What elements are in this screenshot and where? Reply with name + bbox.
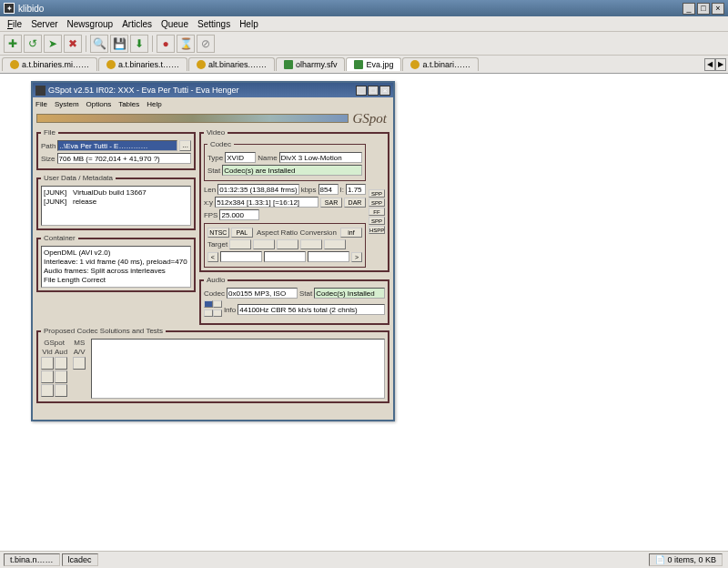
tab-3[interactable]: olharmy.sfv [276, 57, 345, 71]
tbtn-hourglass[interactable]: ⌛ [177, 35, 195, 53]
tab-scroll-left[interactable]: ◀ [704, 58, 715, 71]
gspot-menu-options[interactable]: Options [86, 100, 112, 108]
menu-articles[interactable]: Articles [118, 18, 156, 30]
tbtn-play[interactable]: ● [157, 35, 175, 53]
xy-field: 512x384 [1.33:1] [=16:12] [215, 197, 318, 208]
tab-4-label: Eva.jpg [366, 60, 393, 69]
sidebtn-0[interactable]: SPP [369, 189, 385, 198]
size-field: 706 MB (= 702,014 + 41,970 ?) [57, 153, 191, 164]
gspot-menu-file[interactable]: File [35, 100, 47, 108]
klibido-toolbar: ✚ ↺ ➤ ✖ 🔍 💾 ⬇ ● ⌛ ⊘ [0, 32, 728, 56]
tab-2[interactable]: alt.binaries.…… [188, 57, 275, 71]
status-seg-2: lcadec [62, 553, 98, 566]
browse-button[interactable]: ... [179, 140, 191, 151]
newsgroup-icon [197, 60, 206, 69]
proposed-group: Proposed Codec Solutions and Tests GSpot… [36, 327, 389, 403]
tbtn-del[interactable]: ✖ [64, 35, 82, 53]
gspot-menu-help[interactable]: Help [147, 100, 161, 108]
target-next-button[interactable]: > [351, 252, 362, 262]
menu-file[interactable]: File [4, 18, 25, 30]
inf-button[interactable]: inf [340, 228, 362, 238]
target-slot-4[interactable] [300, 239, 322, 249]
sidebtn-4[interactable]: HSPP [369, 226, 385, 234]
target-slot-2[interactable] [253, 239, 275, 249]
ms-av-1[interactable] [73, 357, 86, 370]
gspot-aud-2[interactable] [55, 370, 67, 383]
tbtn-stop[interactable]: ⊘ [197, 35, 215, 53]
menu-server[interactable]: Server [27, 18, 61, 30]
pal-button[interactable]: PAL [231, 228, 253, 238]
path-field[interactable]: ..\Eva Per Tutti - E………… [57, 140, 177, 151]
klibido-app-icon: ✦ [4, 3, 15, 14]
gspot-aud-3[interactable] [55, 384, 67, 397]
l-field: 1.75 [346, 184, 366, 195]
file-group: File Path ..\Eva Per Tutti - E………… ... S… [36, 128, 196, 170]
vtype-label: Type [207, 154, 223, 162]
tab-scroll-right[interactable]: ▶ [715, 58, 726, 71]
tbtn-go[interactable]: ➤ [44, 35, 62, 53]
gspot-menu-tables[interactable]: Tables [118, 100, 139, 108]
size-label: Size [41, 155, 56, 163]
klibido-title: klibido [18, 4, 44, 14]
gspot-vid-1[interactable] [41, 357, 54, 370]
tab-1[interactable]: a.t.binaries.t…… [98, 57, 187, 71]
gspot-vid-3[interactable] [41, 384, 54, 397]
target-slot-3[interactable] [277, 239, 298, 249]
tbtn-export[interactable]: ⬇ [130, 35, 148, 53]
video-side-buttons: SPP SPP FF SPP HSPP [369, 189, 385, 234]
menu-settings[interactable]: Settings [194, 18, 234, 30]
sidebtn-2[interactable]: FF [369, 208, 385, 216]
aud-col-label: Aud [55, 348, 67, 356]
menu-queue[interactable]: Queue [157, 18, 192, 30]
gspot-titlebar[interactable]: GSpot v2.51 IR02: XXX - Eva Per Tutti - … [33, 83, 393, 97]
ainfo-label: Info [224, 306, 236, 314]
tab-0[interactable]: a.t.binaries.mi…… [2, 57, 97, 71]
sidebtn-3[interactable]: SPP [369, 217, 385, 225]
dar-button[interactable]: DAR [344, 198, 366, 208]
target-slot-1[interactable] [229, 239, 251, 249]
gspot-brand-row: GSpot [33, 110, 393, 127]
vid-col-label: Vid [42, 348, 52, 356]
klibido-close-button[interactable]: × [712, 3, 724, 15]
ms-col-label: MS [74, 339, 85, 347]
sar-button[interactable]: SAR [320, 198, 342, 208]
target-slot-5[interactable] [324, 239, 346, 249]
menu-newsgroup[interactable]: Newsgroup [64, 18, 117, 30]
vtype-field: XVID [225, 152, 256, 163]
len-label: Len [204, 186, 216, 194]
video-codec-legend: Codec [207, 140, 234, 148]
gspot-close-button[interactable]: × [379, 86, 390, 96]
container-box: OpenDML (AVI v2.0) Interleave: 1 vid fra… [41, 246, 191, 288]
gspot-gradient-bar [36, 114, 349, 123]
ntsc-button[interactable]: NTSC [207, 228, 229, 238]
target-prev-button[interactable]: < [207, 252, 218, 262]
tbtn-save[interactable]: 💾 [110, 35, 128, 53]
gspot-minimize-button[interactable]: _ [356, 86, 367, 96]
toolbar-sep-1 [86, 36, 86, 52]
gspot-aud-1[interactable] [55, 357, 67, 370]
gspot-menu-system[interactable]: System [55, 100, 79, 108]
klibido-maximize-button[interactable]: □ [697, 3, 710, 15]
kbps-label: kbps [301, 186, 317, 194]
gspot-vid-2[interactable] [41, 370, 54, 383]
tbtn-search[interactable]: 🔍 [90, 35, 108, 53]
target-readout-2 [264, 251, 306, 262]
klibido-minimize-button[interactable]: _ [682, 3, 695, 15]
menu-help[interactable]: Help [236, 18, 262, 30]
audio-ch-selector[interactable] [204, 300, 222, 319]
video-legend: Video [204, 128, 228, 137]
tbtn-refresh[interactable]: ↺ [24, 35, 42, 53]
acodec-label: Codec [204, 289, 225, 298]
audio-ch1-icon [204, 300, 213, 308]
tab-4[interactable]: Eva.jpg [346, 57, 401, 71]
gspot-maximize-button[interactable]: □ [368, 86, 379, 96]
audio-ch4-icon [213, 309, 222, 317]
acodec-field: 0x0155 MP3, ISO [227, 288, 298, 299]
tbtn-new[interactable]: ✚ [4, 35, 22, 53]
vstat-field: Codec(s) are Installed [222, 165, 362, 176]
sidebtn-1[interactable]: SPP [369, 198, 385, 207]
tab-5[interactable]: a.t.binari…… [402, 57, 479, 71]
xy-label: x:y [204, 198, 213, 207]
gspot-app-icon [35, 86, 46, 96]
audio-group: Audio Codec 0x0155 MP3, ISO Stat Codec(s… [199, 276, 389, 325]
